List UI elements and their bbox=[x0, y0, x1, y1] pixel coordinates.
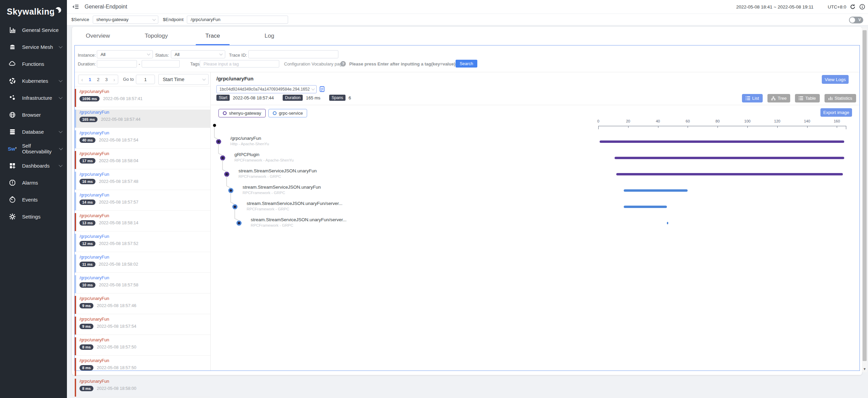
gear-icon bbox=[8, 212, 16, 221]
status-strip bbox=[75, 234, 76, 252]
sidebar-item-label: Infrastructure bbox=[22, 95, 52, 101]
sidebar-item-general-service[interactable]: General Service bbox=[0, 21, 67, 38]
view-mode-list[interactable]: List bbox=[742, 94, 763, 102]
duration-label: Duration: bbox=[78, 61, 96, 67]
sidebar-item-browser[interactable]: Browser bbox=[0, 106, 67, 123]
trace-id-input[interactable] bbox=[248, 50, 338, 58]
span-duration-bar[interactable] bbox=[624, 189, 688, 192]
view-mode-statistics[interactable]: Statistics bbox=[825, 94, 856, 102]
scrollbar[interactable]: ▼ bbox=[862, 27, 867, 372]
legend-label: grpc-service bbox=[279, 111, 303, 116]
trace-detail-column: /grpc/unaryFun View Logs 1bc04d9244d349c… bbox=[211, 72, 860, 371]
trace-list-item[interactable]: /grpc/unaryFun8 ms2022-05-08 18:57:50 bbox=[75, 358, 210, 376]
start-time: 2022-05-08 18:57:58 bbox=[99, 283, 138, 287]
trace-list-item[interactable]: /grpc/unaryFun12 ms2022-05-08 18:57:52 bbox=[75, 234, 210, 252]
tab-log[interactable]: Log bbox=[252, 27, 286, 45]
trace-list-item[interactable]: /grpc/unaryFun13 ms2022-05-08 18:58:14 bbox=[75, 213, 210, 231]
page-number-3[interactable]: 3 bbox=[105, 77, 108, 82]
sidebar-item-dashboards[interactable]: Dashboards bbox=[0, 157, 67, 174]
trace-list-item[interactable]: /grpc/unaryFun10 ms2022-05-08 18:57:58 bbox=[75, 275, 210, 293]
span-duration-bar[interactable] bbox=[624, 206, 667, 208]
start-time: 2022-05-08 18:57:50 bbox=[97, 345, 136, 349]
tab-overview[interactable]: Overview bbox=[81, 27, 115, 45]
status-select[interactable]: All bbox=[171, 50, 225, 58]
timezone[interactable]: UTC+8:0 bbox=[828, 4, 846, 10]
chevron-down-icon bbox=[59, 44, 63, 48]
trace-list-item[interactable]: /grpc/unaryFun40 ms2022-05-08 18:57:54 bbox=[75, 130, 210, 149]
time-range[interactable]: 2022-05-08 18:41 ~ 2022-05-08 19:11 bbox=[736, 4, 814, 10]
page-next-button[interactable]: › bbox=[113, 77, 115, 82]
trace-item-meta: 13 ms2022-05-08 18:58:14 bbox=[79, 220, 210, 226]
trace-item-meta: 40 ms2022-05-08 18:57:54 bbox=[79, 137, 210, 143]
refresh-icon[interactable] bbox=[850, 4, 856, 10]
view-mode-table[interactable]: Table bbox=[795, 94, 819, 102]
duration-max-input[interactable] bbox=[142, 60, 180, 68]
goto-page-input[interactable] bbox=[136, 75, 155, 84]
sidebar-item-infrastructure[interactable]: Infrastructure bbox=[0, 89, 67, 106]
sidebar-item-functions[interactable]: Functions bbox=[0, 55, 67, 72]
sidebar-item-database[interactable]: Database bbox=[0, 123, 67, 140]
scrollbar-thumb[interactable] bbox=[863, 30, 867, 361]
trace-list-item[interactable]: /grpc/unaryFun9 ms2022-05-08 18:57:46 bbox=[75, 296, 210, 314]
info-icon[interactable] bbox=[859, 4, 865, 10]
copy-trace-id-icon[interactable] bbox=[319, 86, 325, 94]
sidebar-item-self-observability[interactable]: Sw’Self Observability bbox=[0, 140, 67, 157]
sidebar-item-events[interactable]: Events bbox=[0, 191, 67, 208]
trace-list-item[interactable]: /grpc/unaryFun16 ms2022-05-08 18:57:48 bbox=[75, 172, 210, 190]
auto-refresh-toggle[interactable]: V bbox=[849, 17, 863, 23]
span-duration-bar[interactable] bbox=[615, 157, 844, 159]
endpoint-input[interactable] bbox=[187, 16, 288, 24]
app-logo[interactable]: Skywalking bbox=[0, 0, 67, 21]
trace-item-meta: 9 ms2022-05-08 18:57:46 bbox=[79, 303, 210, 308]
trace-endpoint: /grpc/unaryFun bbox=[79, 192, 210, 197]
view-mode-label: List bbox=[752, 96, 759, 101]
trace-id-select[interactable]: 1bc04d9244d349c0a74a14709349584e.294.165… bbox=[216, 85, 317, 93]
view-mode-tree[interactable]: Tree bbox=[767, 94, 790, 102]
app-logo-text: Skywalking bbox=[7, 7, 55, 17]
page-title: General-Endpoint bbox=[85, 4, 127, 10]
service-select[interactable]: shenyu-gateway bbox=[93, 16, 158, 24]
page-number-1[interactable]: 1 bbox=[89, 77, 91, 82]
tab-topology[interactable]: Topology bbox=[139, 27, 173, 45]
trace-list-item[interactable]: /grpc/unaryFun14 ms2022-05-08 18:57:57 bbox=[75, 192, 210, 211]
trace-list-item[interactable]: /grpc/unaryFun17 ms2022-05-08 18:58:04 bbox=[75, 151, 210, 169]
trace-list-item[interactable]: /grpc/unaryFun8 ms2022-05-08 18:57:50 bbox=[75, 337, 210, 356]
tab-bar: OverviewTopologyTraceLog bbox=[81, 27, 319, 45]
help-icon[interactable]: ? bbox=[340, 61, 346, 67]
start-time: 2022-05-08 18:57:54 bbox=[99, 138, 138, 143]
trace-item-meta: 10 ms2022-05-08 18:57:58 bbox=[79, 282, 210, 288]
instance-select[interactable]: All bbox=[97, 50, 153, 58]
trace-list-item[interactable]: /grpc/unaryFun1696 ms2022-05-08 18:57:41 bbox=[75, 89, 210, 107]
export-image-button[interactable]: Export image bbox=[820, 108, 852, 117]
collapse-sidebar-icon[interactable] bbox=[72, 3, 79, 10]
topbar-right: 2022-05-08 18:41 ~ 2022-05-08 19:11 UTC+… bbox=[736, 4, 868, 10]
tags-input[interactable] bbox=[200, 60, 279, 68]
tab-trace[interactable]: Trace bbox=[196, 27, 230, 45]
span-duration-bar[interactable] bbox=[667, 222, 668, 224]
sw-icon: Sw’ bbox=[8, 145, 16, 153]
sidebar-item-service-mesh[interactable]: Service Mesh bbox=[0, 38, 67, 55]
vocabulary-link[interactable]: Configuration Vocabulary page bbox=[284, 61, 344, 67]
page-number-2[interactable]: 2 bbox=[97, 77, 100, 82]
scrollbar-down-arrow[interactable]: ▼ bbox=[863, 367, 866, 371]
trace-endpoint: /grpc/unaryFun bbox=[79, 317, 210, 322]
view-logs-button[interactable]: View Logs bbox=[822, 75, 849, 84]
span-duration-bar[interactable] bbox=[600, 140, 844, 143]
page-prev-button[interactable]: ‹ bbox=[81, 77, 83, 82]
axis-tick-label: 100 bbox=[744, 119, 750, 123]
span-duration-bar[interactable] bbox=[616, 173, 843, 175]
trace-list-item[interactable]: /grpc/unaryFun11 ms2022-05-08 18:58:02 bbox=[75, 254, 210, 273]
search-button[interactable]: Search bbox=[456, 60, 477, 68]
duration-badge: 9 ms bbox=[79, 324, 93, 329]
sort-select[interactable]: Start Time bbox=[158, 74, 209, 85]
duration-min-input[interactable] bbox=[97, 60, 137, 68]
view-mode-label: Tree bbox=[778, 96, 786, 101]
sidebar-item-alarms[interactable]: Alarms bbox=[0, 174, 67, 191]
sidebar-item-settings[interactable]: Settings bbox=[0, 208, 67, 225]
trace-list-item[interactable]: /grpc/unaryFun165 ms2022-05-08 18:57:44 bbox=[75, 110, 210, 128]
trace-list-item[interactable]: /grpc/unaryFun9 ms2022-05-08 18:57:54 bbox=[75, 317, 210, 335]
trace-list-item[interactable]: /grpc/unaryFun8 ms2022-05-08 18:58:00 bbox=[75, 379, 210, 397]
duration-badge: 9 ms bbox=[79, 303, 93, 308]
sidebar-item-label: Events bbox=[22, 197, 38, 203]
sidebar-item-kubernetes[interactable]: Kubernetes bbox=[0, 72, 67, 89]
